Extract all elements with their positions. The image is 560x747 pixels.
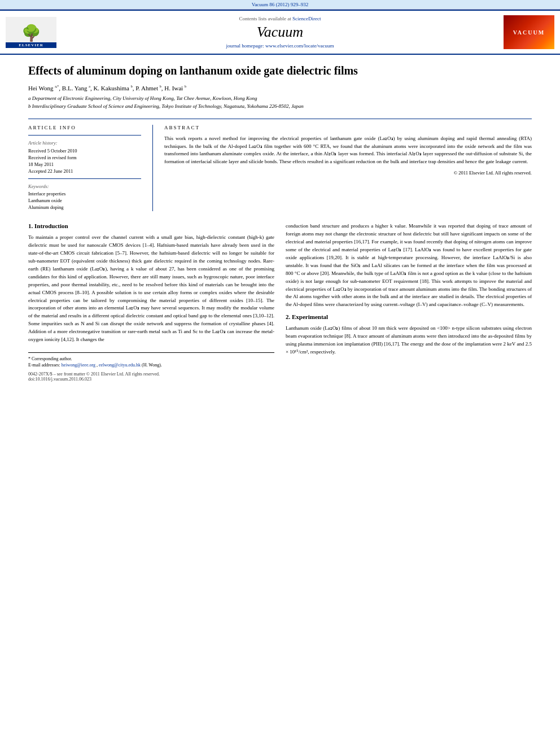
corresponding-label: * Corresponding author. — [28, 356, 72, 361]
affiliation-a: a Department of Electronic Engineering, … — [28, 95, 532, 103]
section2-para1: Lanthanum oxide (La₂O₃) films of about 1… — [286, 325, 532, 356]
keywords-divider — [28, 178, 141, 179]
received-date: Received 5 October 2010 — [28, 148, 141, 154]
corresponding-note: * Corresponding author. — [28, 356, 274, 362]
history-label: Article history: — [28, 140, 141, 146]
section1-para1: To maintain a proper control over the ch… — [28, 234, 274, 344]
elsevier-logo: 🌳 ELSEVIER — [6, 17, 56, 48]
vacuum-logo: VACUUM — [504, 15, 554, 49]
paper-content: Effects of aluminum doping on lanthanum … — [0, 55, 560, 393]
journal-volume-text: Vacuum 86 (2012) 929–932 — [252, 2, 309, 7]
elsevier-label: ELSEVIER — [6, 42, 56, 48]
paper-title: Effects of aluminum doping on lanthanum … — [28, 63, 532, 78]
journal-volume-bar: Vacuum 86 (2012) 929–932 — [0, 0, 560, 10]
body-columns: 1. Introduction To maintain a proper con… — [28, 222, 532, 382]
affiliation-b: b Interdisciplinary Graduate School of S… — [28, 103, 532, 111]
abstract-panel: ABSTRACT This work reports a novel metho… — [152, 125, 532, 211]
journal-center: Contents lists available at ScienceDirec… — [62, 16, 498, 49]
email-suffix: (H. Wong). — [142, 362, 162, 368]
journal-homepage: journal homepage: www.elsevier.com/locat… — [62, 43, 498, 49]
section1-para2: conduction band structure and produces a… — [286, 222, 532, 309]
col-left: 1. Introduction To maintain a proper con… — [28, 222, 274, 382]
footer-doi: 0042-207X/$ – see front matter © 2011 El… — [28, 372, 274, 382]
keyword-1: Interface properties — [28, 191, 141, 196]
sciencedirect-link[interactable]: ScienceDirect — [292, 16, 321, 21]
authors-text: Hei Wong a,*, B.L. Yang a, K. Kakushima … — [28, 85, 186, 91]
footer-line2: doi:10.1016/j.vacuum.2011.06.023 — [28, 377, 274, 382]
journal-title: Vacuum — [62, 24, 498, 41]
tree-icon: 🌳 — [21, 25, 41, 41]
email-sep: , — [97, 362, 98, 368]
keywords-label: Keywords: — [28, 184, 141, 189]
affiliations: a Department of Electronic Engineering, … — [28, 95, 532, 110]
keyword-2: Lanthanum oxide — [28, 198, 141, 203]
revised-date: 18 May 2011 — [28, 161, 141, 167]
section1-title: 1. Introduction — [28, 222, 274, 229]
abstract-title: ABSTRACT — [164, 125, 532, 130]
email-note: E-mail addresses: heiwong@ieee.org , eel… — [28, 362, 274, 368]
homepage-link[interactable]: journal homepage: www.elsevier.com/locat… — [226, 43, 334, 49]
article-meta: ARTICLE INFO Article history: Received 5… — [28, 119, 532, 211]
vacuum-logo-text: VACUUM — [513, 29, 545, 36]
email1-link[interactable]: heiwong@ieee.org — [62, 362, 95, 368]
article-info-title: ARTICLE INFO — [28, 125, 141, 130]
section2-title: 2. Experimental — [286, 313, 532, 320]
footer-line1: 0042-207X/$ – see front matter © 2011 El… — [28, 372, 274, 377]
article-info-panel: ARTICLE INFO Article history: Received 5… — [28, 125, 141, 211]
info-divider — [28, 135, 141, 136]
email2-link[interactable]: eelwong@cityu.edu.hk — [99, 362, 141, 368]
footnote-area: * Corresponding author. E-mail addresses… — [28, 352, 274, 381]
keyword-3: Aluminum doping — [28, 204, 141, 210]
revised-label: Received in revised form — [28, 155, 141, 160]
authors-line: Hei Wong a,*, B.L. Yang a, K. Kakushima … — [28, 85, 532, 91]
accepted-date: Accepted 22 June 2011 — [28, 168, 141, 174]
email-label: E-mail addresses: — [28, 362, 60, 368]
abstract-text: This work reports a novel method for imp… — [164, 135, 532, 165]
journal-header: 🌳 ELSEVIER Contents lists available at S… — [0, 10, 560, 55]
col-right: conduction band structure and produces a… — [286, 222, 532, 382]
contents-line: Contents lists available at ScienceDirec… — [62, 16, 498, 21]
copyright: © 2011 Elsevier Ltd. All rights reserved… — [164, 170, 532, 176]
